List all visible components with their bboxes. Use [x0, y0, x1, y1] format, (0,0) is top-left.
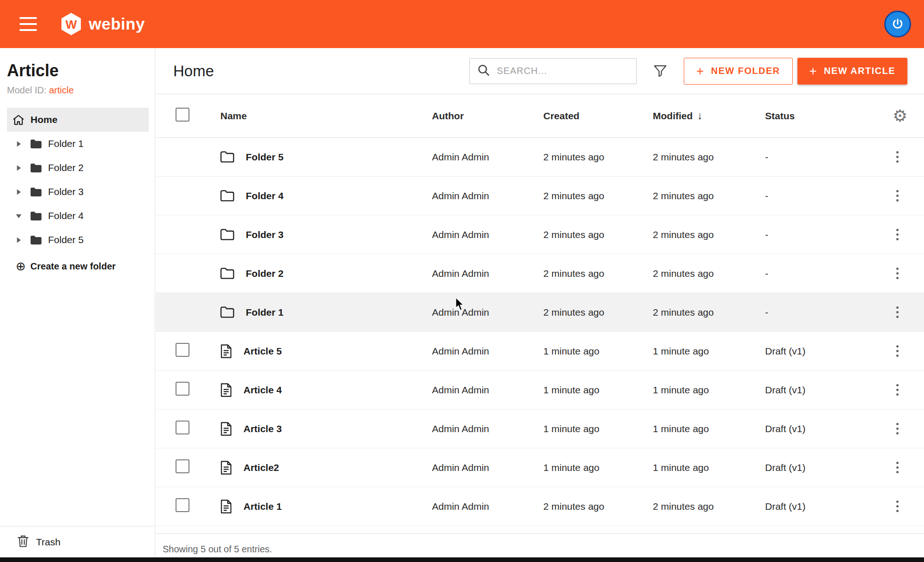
- row-name[interactable]: Article 1: [243, 501, 282, 512]
- row-author: Admin Admin: [432, 385, 543, 396]
- column-header-name[interactable]: Name: [220, 110, 432, 122]
- row-modified: 2 minutes ago: [653, 307, 765, 318]
- row-name[interactable]: Article 4: [243, 385, 282, 396]
- row-menu-button[interactable]: [893, 264, 902, 283]
- new-article-button[interactable]: + NEW ARTICLE: [797, 58, 908, 85]
- model-id-label: Model ID:: [7, 85, 47, 95]
- sidebar-item-folder-5[interactable]: Folder 5: [7, 228, 149, 252]
- trash-label: Trash: [36, 537, 61, 548]
- create-folder-button[interactable]: ⊕ Create a new folder: [16, 255, 149, 278]
- table-row-article-4[interactable]: Article 4 Admin Admin 1 minute ago 1 min…: [156, 371, 924, 409]
- filter-button[interactable]: [653, 65, 667, 77]
- search-input[interactable]: [497, 66, 629, 76]
- row-author: Admin Admin: [432, 152, 543, 163]
- row-menu-button[interactable]: [893, 380, 902, 399]
- folder-icon: [220, 190, 234, 202]
- row-menu-button[interactable]: [893, 303, 902, 322]
- user-avatar-button[interactable]: [884, 11, 911, 37]
- sidebar-item-folder-1[interactable]: Folder 1: [7, 132, 149, 156]
- row-modified: 2 minutes ago: [653, 152, 765, 163]
- row-menu-button[interactable]: [893, 497, 902, 516]
- row-modified: 2 minutes ago: [653, 229, 765, 240]
- model-id-value[interactable]: article: [49, 85, 73, 95]
- caret-right-icon[interactable]: [12, 237, 24, 244]
- row-author: Admin Admin: [432, 462, 543, 473]
- row-name[interactable]: Folder 4: [246, 190, 284, 202]
- table-row-article2[interactable]: Article2 Admin Admin 1 minute ago 1 minu…: [156, 448, 924, 487]
- select-all-checkbox[interactable]: [176, 108, 189, 122]
- row-checkbox[interactable]: [176, 382, 189, 396]
- folder-icon: [220, 306, 234, 318]
- table-row-article-1[interactable]: Article 1 Admin Admin 2 minutes ago 2 mi…: [156, 487, 924, 526]
- page-title: Home: [173, 62, 214, 80]
- sidebar-item-home[interactable]: Home: [7, 108, 149, 132]
- table-row-folder-5[interactable]: Folder 5 Admin Admin 2 minutes ago 2 min…: [156, 138, 924, 177]
- row-name[interactable]: Article 3: [243, 423, 282, 434]
- row-created: 1 minute ago: [543, 385, 653, 396]
- row-name[interactable]: Article 5: [243, 346, 282, 357]
- new-folder-label: NEW FOLDER: [711, 66, 780, 76]
- webiny-logo[interactable]: W webiny: [59, 12, 145, 36]
- row-menu-button[interactable]: [893, 147, 902, 166]
- row-menu-button[interactable]: [893, 419, 902, 438]
- table-settings-gear-icon[interactable]: ⚙: [893, 108, 907, 124]
- row-status: Draft (v1): [765, 501, 885, 512]
- caret-down-icon[interactable]: [12, 213, 24, 220]
- row-modified: 1 minute ago: [653, 462, 765, 473]
- column-header-author[interactable]: Author: [432, 110, 543, 122]
- new-folder-button[interactable]: + NEW FOLDER: [684, 58, 792, 85]
- table-row-article-5[interactable]: Article 5 Admin Admin 1 minute ago 1 min…: [156, 332, 924, 371]
- menu-button[interactable]: [19, 17, 37, 31]
- document-icon: [220, 461, 232, 475]
- table-row-folder-4[interactable]: Folder 4 Admin Admin 2 minutes ago 2 min…: [156, 177, 924, 215]
- row-menu-button[interactable]: [893, 458, 902, 477]
- column-header-status[interactable]: Status: [765, 110, 885, 122]
- row-menu-button[interactable]: [893, 342, 902, 360]
- model-id: Model ID: article: [7, 85, 155, 96]
- sidebar-item-folder-2[interactable]: Folder 2: [7, 156, 149, 180]
- row-name[interactable]: Folder 3: [246, 229, 284, 240]
- row-status: Draft (v1): [765, 385, 885, 396]
- row-status: -: [765, 268, 885, 279]
- table-row-folder-3[interactable]: Folder 3 Admin Admin 2 minutes ago 2 min…: [156, 215, 924, 254]
- table-row-article-3[interactable]: Article 3 Admin Admin 1 minute ago 1 min…: [156, 409, 924, 448]
- row-created: 2 minutes ago: [543, 307, 653, 318]
- caret-right-icon[interactable]: [12, 140, 24, 147]
- column-header-modified[interactable]: Modified ↓: [653, 110, 765, 122]
- document-icon: [220, 383, 232, 397]
- row-menu-button[interactable]: [893, 225, 902, 244]
- caret-right-icon[interactable]: [12, 189, 24, 195]
- row-modified: 1 minute ago: [653, 423, 765, 434]
- sidebar-item-folder-3[interactable]: Folder 3: [7, 180, 149, 204]
- row-checkbox[interactable]: [176, 498, 189, 512]
- row-checkbox[interactable]: [176, 459, 189, 473]
- row-author: Admin Admin: [432, 307, 543, 318]
- trash-button[interactable]: Trash: [18, 535, 61, 550]
- row-name[interactable]: Folder 5: [246, 152, 284, 163]
- table-row-folder-1[interactable]: Folder 1 Admin Admin 2 minutes ago 2 min…: [156, 293, 924, 332]
- document-icon: [220, 422, 232, 436]
- row-checkbox[interactable]: [176, 421, 189, 434]
- table-body: Folder 5 Admin Admin 2 minutes ago 2 min…: [156, 138, 924, 526]
- model-title: Article: [7, 61, 155, 80]
- row-created: 2 minutes ago: [543, 190, 653, 202]
- row-name[interactable]: Folder 1: [246, 307, 284, 318]
- table-row-folder-2[interactable]: Folder 2 Admin Admin 2 minutes ago 2 min…: [156, 254, 924, 293]
- folder-icon: [220, 151, 234, 163]
- row-menu-button[interactable]: [893, 186, 902, 205]
- funnel-icon: [653, 65, 667, 77]
- folder-icon: [30, 163, 42, 173]
- new-article-label: NEW ARTICLE: [824, 66, 895, 76]
- row-checkbox[interactable]: [176, 343, 189, 357]
- search-icon: [477, 64, 490, 79]
- column-header-created[interactable]: Created: [543, 110, 653, 122]
- row-modified: 2 minutes ago: [653, 190, 765, 202]
- document-icon: [220, 344, 232, 358]
- caret-right-icon[interactable]: [12, 165, 24, 171]
- home-icon: [12, 114, 24, 126]
- sidebar-item-folder-4[interactable]: Folder 4: [7, 204, 149, 228]
- row-name[interactable]: Folder 2: [246, 268, 284, 279]
- content-area: Home + NEW FOLDER + NEW: [156, 48, 924, 557]
- row-name[interactable]: Article2: [243, 462, 279, 473]
- sort-desc-icon: ↓: [697, 110, 703, 122]
